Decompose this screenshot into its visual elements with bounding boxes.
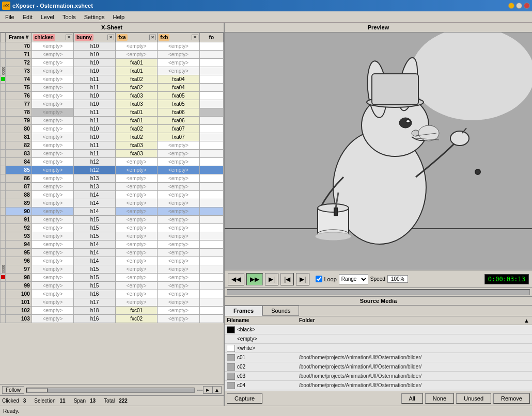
table-row[interactable]: 82<empty>h11fxa03<empty> — [1, 141, 224, 150]
cell-fo[interactable] — [199, 108, 223, 117]
table-row[interactable]: 92<empty>h15<empty><empty> — [1, 224, 224, 232]
cell-fxa[interactable]: fxa02 — [116, 125, 158, 133]
cell-bunny[interactable]: h10 — [73, 42, 115, 51]
cell-bunny[interactable]: h14 — [73, 207, 115, 216]
cell-fxa[interactable]: <empty> — [116, 191, 158, 199]
cell-fxb[interactable]: <empty> — [158, 199, 199, 207]
table-row[interactable]: 90<empty>h14<empty><empty> — [1, 207, 224, 216]
cell-fxb[interactable]: <empty> — [158, 141, 199, 150]
list-item[interactable]: <white> — [225, 344, 532, 353]
cell-chicken[interactable]: <empty> — [32, 232, 73, 241]
window-controls[interactable] — [508, 3, 530, 9]
cell-fxa[interactable]: fxa03 — [116, 141, 158, 150]
cell-bunny[interactable]: h14 — [73, 191, 115, 199]
cell-fxb[interactable]: <empty> — [158, 315, 199, 323]
cell-fxa[interactable]: fxa01 — [116, 108, 158, 117]
cell-fxb[interactable]: <empty> — [158, 298, 199, 307]
cell-fo[interactable] — [199, 92, 223, 100]
table-row[interactable]: 76<empty>h10fxa03fxa05 — [1, 92, 224, 100]
cell-fxa[interactable]: fxc02 — [116, 315, 158, 323]
cell-chicken[interactable]: <empty> — [32, 42, 73, 51]
cell-fxb[interactable]: <empty> — [158, 174, 199, 183]
cell-fxa[interactable]: <empty> — [116, 199, 158, 207]
cell-fxa[interactable]: fxa03 — [116, 150, 158, 158]
remove-button[interactable]: Remove — [493, 393, 530, 404]
cell-fo[interactable] — [199, 125, 223, 133]
table-row[interactable]: 70<empty>h10<empty><empty> — [1, 42, 224, 51]
cell-fxb[interactable]: <empty> — [158, 150, 199, 158]
menu-help[interactable]: Help — [108, 13, 129, 21]
cell-fo[interactable] — [199, 315, 223, 323]
xsheet-container[interactable]: Frame # chicken ✕ bunny ✕ — [0, 33, 224, 384]
cell-fxa[interactable]: <empty> — [116, 249, 158, 257]
cell-chicken[interactable]: <empty> — [32, 141, 73, 150]
cell-fxa[interactable]: <empty> — [116, 257, 158, 265]
cell-fo[interactable] — [199, 207, 223, 216]
cell-fxb[interactable]: <empty> — [158, 232, 199, 241]
table-row[interactable]: 99<empty>h15<empty><empty> — [1, 282, 224, 290]
cell-fxb[interactable]: fxa05 — [158, 92, 199, 100]
follow-button[interactable]: Follow — [2, 386, 24, 394]
cell-fxb[interactable]: <empty> — [158, 216, 199, 224]
cell-fxb[interactable]: <empty> — [158, 191, 199, 199]
capture-button[interactable]: Capture — [227, 393, 262, 404]
tab-sounds[interactable]: Sounds — [262, 306, 299, 316]
cell-bunny[interactable]: h10 — [73, 51, 115, 59]
table-row[interactable]: 0000373<empty>h10fxa01<empty> — [1, 67, 224, 75]
table-row[interactable]: 93<empty>h15<empty><empty> — [1, 232, 224, 241]
cell-fxa[interactable]: <empty> — [116, 183, 158, 191]
cell-fxa[interactable]: <empty> — [116, 241, 158, 249]
prev-frame-button[interactable]: |◀ — [280, 273, 294, 285]
cell-fxa[interactable]: <empty> — [116, 298, 158, 307]
cell-chicken[interactable]: <empty> — [32, 207, 73, 216]
table-row[interactable]: 85<empty>h12<empty><empty> — [1, 166, 224, 174]
cell-fxb[interactable]: <empty> — [158, 224, 199, 232]
scroll-right-btn[interactable]: ► — [203, 386, 212, 394]
table-row[interactable]: 72<empty>h10fxa01<empty> — [1, 59, 224, 67]
cell-fo[interactable] — [199, 117, 223, 125]
cell-fxb[interactable]: <empty> — [158, 249, 199, 257]
table-row[interactable]: 77<empty>h10fxa03fxa05 — [1, 100, 224, 108]
cell-fxb[interactable]: <empty> — [158, 183, 199, 191]
cell-fo[interactable] — [199, 141, 223, 150]
cell-chicken[interactable]: <empty> — [32, 108, 73, 117]
cell-chicken[interactable]: <empty> — [32, 249, 73, 257]
horizontal-scrollbar[interactable] — [26, 388, 195, 393]
cell-fo[interactable] — [199, 51, 223, 59]
menu-edit[interactable]: Edit — [19, 13, 37, 21]
cell-fxb[interactable]: <empty> — [158, 274, 199, 282]
cell-fxa[interactable]: <empty> — [116, 232, 158, 241]
cell-fxa[interactable]: fxc01 — [116, 307, 158, 315]
media-list[interactable]: <black><empty><white>c01/boot/home/proje… — [225, 325, 532, 391]
table-row[interactable]: 75<empty>h11fxa02fxa04 — [1, 84, 224, 92]
cell-bunny[interactable]: h18 — [73, 307, 115, 315]
all-button[interactable]: All — [401, 393, 423, 404]
cell-fxa[interactable]: <empty> — [116, 282, 158, 290]
table-row[interactable]: 94<empty>h14<empty><empty> — [1, 241, 224, 249]
cell-chicken[interactable]: <empty> — [32, 290, 73, 298]
cell-fxb[interactable]: <empty> — [158, 241, 199, 249]
cell-fo[interactable] — [199, 249, 223, 257]
cell-bunny[interactable]: h10 — [73, 125, 115, 133]
cell-fo[interactable] — [199, 290, 223, 298]
cell-chicken[interactable]: <empty> — [32, 241, 73, 249]
cell-chicken[interactable]: <empty> — [32, 307, 73, 315]
cell-fxb[interactable]: <empty> — [158, 307, 199, 315]
table-row[interactable]: 91<empty>h15<empty><empty> — [1, 216, 224, 224]
cell-fxb[interactable]: fxa06 — [158, 117, 199, 125]
cell-bunny[interactable]: h16 — [73, 290, 115, 298]
cell-chicken[interactable]: <empty> — [32, 84, 73, 92]
cell-fxa[interactable]: <empty> — [116, 224, 158, 232]
close-chicken-btn[interactable]: ✕ — [66, 35, 72, 40]
cell-fxb[interactable]: <empty> — [158, 290, 199, 298]
cell-bunny[interactable]: h10 — [73, 133, 115, 141]
cell-chicken[interactable]: <empty> — [32, 133, 73, 141]
cell-fxa[interactable]: <empty> — [116, 42, 158, 51]
cell-bunny[interactable]: h15 — [73, 224, 115, 232]
cell-chicken[interactable]: <empty> — [32, 216, 73, 224]
cell-fxa[interactable]: fxa02 — [116, 84, 158, 92]
cell-fxa[interactable]: <empty> — [116, 51, 158, 59]
cell-fxa[interactable]: fxa02 — [116, 133, 158, 141]
table-row[interactable]: 88<empty>h14<empty><empty> — [1, 191, 224, 199]
table-row[interactable]: 74<empty>h11fxa02fxa04 — [1, 75, 224, 84]
